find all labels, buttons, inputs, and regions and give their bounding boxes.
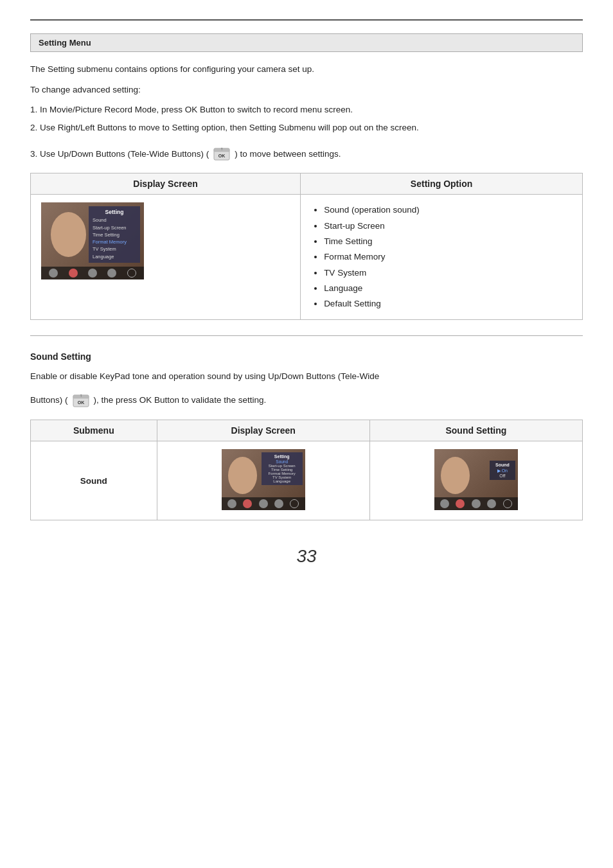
page-number: 33: [30, 546, 583, 567]
sound-setting-header: Sound Setting: [30, 351, 91, 362]
sm-icon1: [227, 499, 236, 508]
section-divider: [30, 335, 583, 336]
ss-icon3: [472, 499, 481, 508]
sm-icon2: [243, 499, 252, 508]
svg-text:OK: OK: [77, 400, 84, 405]
ss-icon1: [440, 499, 449, 508]
setting-menu-title: Setting Menu: [39, 38, 91, 48]
option-time: Time Setting: [324, 234, 572, 249]
menu-item-sound: Sound: [93, 217, 136, 224]
option-startup: Start-up Screen: [324, 218, 572, 234]
menu-item-format: Format Memory: [93, 238, 136, 245]
icon2: [69, 269, 78, 278]
menu-overlay: Setting Sound Start-up Screen Time Setti…: [89, 206, 140, 263]
ss-icon5: [503, 499, 512, 508]
sm-menu-title: Setting: [265, 454, 299, 459]
face-oval: [51, 212, 86, 257]
icon4: [107, 269, 116, 278]
camera-bottom-bar: [41, 267, 144, 279]
sp-title: Sound: [493, 463, 512, 467]
sm-bottom-bar: [222, 497, 305, 510]
col2-header: Setting Option: [301, 173, 583, 195]
sound-bottom-bar: [434, 497, 518, 510]
sm-icon4: [274, 499, 283, 508]
sub-col2-header: Display Screen: [157, 420, 369, 441]
step-2: 2. Use Right/Left Buttons to move to Set…: [30, 121, 583, 135]
menu-item-lang: Language: [93, 253, 136, 260]
camera-screen-sm: Setting Sound Start-up Screen Time Setti…: [222, 449, 305, 510]
ss-icon4: [487, 499, 496, 508]
sp-on: ▶ On: [493, 468, 512, 474]
ss-icon2: [456, 499, 465, 508]
main-table: Display Screen Setting Option: [30, 173, 583, 320]
option-default: Default Setting: [324, 296, 572, 312]
step-3: 3. Use Up/Down Buttons (Tele-Wide Button…: [30, 143, 583, 164]
menu-item-startup: Start-up Screen: [93, 224, 136, 231]
icon5: [127, 269, 136, 278]
ok-button-icon-2: OK T: [71, 390, 91, 411]
sound-panel: Sound ▶ On Off: [490, 461, 515, 480]
svg-text:T: T: [221, 148, 223, 151]
sound-setting-screen: Sound ▶ On Off: [434, 449, 518, 510]
camera-screen: Setting Sound Start-up Screen Time Setti…: [41, 202, 144, 279]
option-format: Format Memory: [324, 249, 572, 265]
step-1: 1. In Movie/Picture Record Mode, press O…: [30, 103, 583, 117]
setting-options-list: Sound (operation sound) Start-up Screen …: [311, 202, 572, 312]
menu-title: Setting: [93, 209, 136, 215]
sound-desc1: Enable or disable KeyPad tone and operat…: [30, 369, 583, 384]
svg-text:T: T: [80, 394, 82, 398]
icon1: [49, 269, 58, 278]
submenu-label-cell: Sound: [31, 441, 157, 520]
change-label: To change advanced setting:: [30, 83, 583, 97]
intro-text: The Setting submenu contains options for…: [30, 62, 583, 76]
sound-table: Submenu Display Screen Sound Setting Sou…: [30, 420, 583, 520]
icon3: [88, 269, 97, 278]
display-screen-cell: Setting Sound Start-up Screen Time Setti…: [31, 195, 301, 320]
svg-text:OK: OK: [218, 154, 226, 158]
menu-item-tv: TV System: [93, 245, 136, 252]
ok-button-icon: OK T: [211, 143, 232, 164]
sub-col1-header: Submenu: [31, 420, 157, 441]
option-tv: TV System: [324, 265, 572, 281]
steps-list: 1. In Movie/Picture Record Mode, press O…: [30, 103, 583, 134]
sm-sound: Sound: [265, 459, 299, 464]
sm-icon3: [259, 499, 268, 508]
col1-header: Display Screen: [31, 173, 301, 195]
option-language: Language: [324, 281, 572, 296]
setting-menu-header: Setting Menu: [30, 33, 583, 52]
top-divider: [30, 19, 583, 21]
page-container: Setting Menu The Setting submenu contain…: [30, 0, 583, 605]
sound-setting-cell: Sound ▶ On Off: [369, 441, 582, 520]
sp-off: Off: [493, 474, 512, 478]
sm-icon5: [290, 499, 299, 508]
sm-lang: Language: [265, 479, 299, 483]
option-sound: Sound (operation sound): [324, 202, 572, 218]
sub-col3-header: Sound Setting: [369, 420, 582, 441]
setting-options-cell: Sound (operation sound) Start-up Screen …: [301, 195, 583, 320]
display-screen-small-cell: Setting Sound Start-up Screen Time Setti…: [157, 441, 369, 520]
sound-desc2: Buttons) ( OK T ), the press OK Button t…: [30, 390, 583, 411]
menu-item-time: Time Setting: [93, 231, 136, 238]
